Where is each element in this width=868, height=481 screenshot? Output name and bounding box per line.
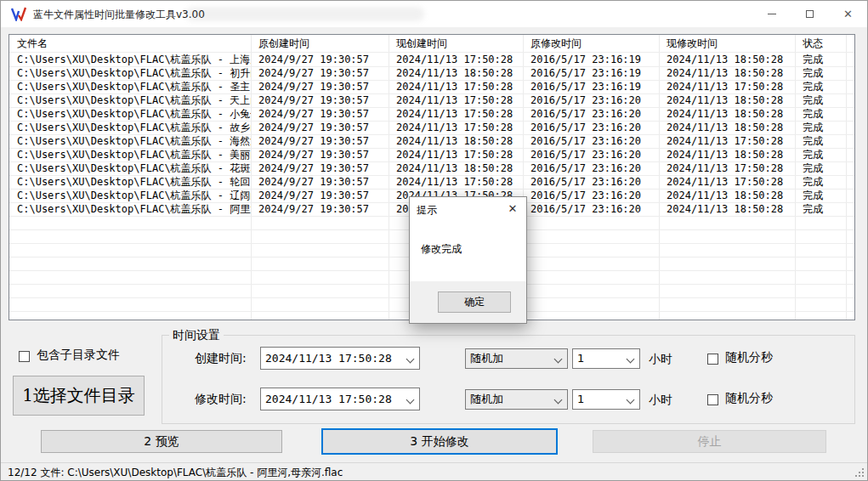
chevron-down-icon bbox=[627, 355, 635, 364]
dialog-title: 提示 bbox=[417, 203, 437, 218]
table-row[interactable]: C:\Users\XU\Desktop\FLAC\杭盖乐队 - 花斑马...20… bbox=[9, 162, 854, 176]
cell-new_created: 2024/11/13 17:50:28 bbox=[389, 108, 523, 122]
cell-orig_created: 2024/9/27 19:30:57 bbox=[251, 135, 389, 149]
title-bar: 蓝牛文件属性时间批量修改工具v3.00 ✕ bbox=[1, 1, 867, 27]
cell-orig_created: 2024/9/27 19:30:57 bbox=[251, 149, 389, 162]
cell-status: 完成 bbox=[795, 203, 846, 217]
cell-orig_modified: 2016/5/17 23:16:20 bbox=[523, 162, 659, 176]
cell-new_modified: 2024/11/13 18:50:28 bbox=[659, 149, 795, 162]
cell-new_modified: 2024/11/13 17:50:28 bbox=[659, 176, 795, 190]
modify-mode-value: 随机加 bbox=[470, 393, 503, 405]
close-button[interactable]: ✕ bbox=[829, 1, 867, 27]
cell-orig_created: 2024/9/27 19:30:57 bbox=[251, 67, 389, 81]
cell-orig_modified: 2016/5/17 23:16:20 bbox=[523, 122, 659, 135]
cell-status: 完成 bbox=[795, 67, 846, 81]
chevron-down-icon bbox=[406, 355, 415, 364]
dialog-ok-button[interactable]: 确定 bbox=[438, 291, 511, 313]
create-time-label: 创建时间: bbox=[195, 351, 247, 366]
modify-amount-select[interactable]: 1 bbox=[572, 389, 640, 410]
create-mode-select[interactable]: 随机加 bbox=[465, 348, 568, 369]
cell-orig_modified: 2016/5/17 23:16:19 bbox=[523, 54, 659, 67]
modify-random-sec-checkbox[interactable] bbox=[707, 394, 718, 405]
modify-time-picker[interactable]: 2024/11/13 17:50:28 bbox=[260, 388, 420, 410]
header-new-created[interactable]: 现创建时间 bbox=[389, 35, 523, 53]
cell-status: 完成 bbox=[795, 135, 846, 149]
cell-file: C:\Users\XU\Desktop\FLAC\杭盖乐队 - 初升的... bbox=[9, 67, 251, 81]
cell-orig_created: 2024/9/27 19:30:57 bbox=[251, 81, 389, 94]
header-new-modified[interactable]: 现修改时间 bbox=[659, 35, 795, 53]
cell-orig_created: 2024/9/27 19:30:57 bbox=[251, 176, 389, 190]
cell-file: C:\Users\XU\Desktop\FLAC\杭盖乐队 - 海然海... bbox=[9, 135, 251, 149]
cell-status: 完成 bbox=[795, 94, 846, 108]
cell-orig_created: 2024/9/27 19:30:57 bbox=[251, 94, 389, 108]
table-header: 文件名 原创建时间 现创建时间 原修改时间 现修改时间 状态 bbox=[9, 35, 854, 53]
table-row[interactable]: C:\Users\XU\Desktop\FLAC\杭盖乐队 - 故乡山...20… bbox=[9, 122, 854, 135]
cell-new_modified: 2024/11/13 18:50:28 bbox=[659, 190, 795, 203]
cell-orig_modified: 2016/5/17 23:16:19 bbox=[523, 67, 659, 81]
cell-status: 完成 bbox=[795, 149, 846, 162]
table-row[interactable]: C:\Users\XU\Desktop\FLAC\杭盖乐队 - 初升的...20… bbox=[9, 67, 854, 81]
table-row[interactable]: C:\Users\XU\Desktop\FLAC\杭盖乐队 - 天上的...20… bbox=[9, 94, 854, 108]
table-row[interactable]: C:\Users\XU\Desktop\FLAC\杭盖乐队 - 上海产...20… bbox=[9, 54, 854, 67]
window-title: 蓝牛文件属性时间批量修改工具v3.00 bbox=[33, 8, 205, 22]
header-orig-created[interactable]: 原创建时间 bbox=[251, 35, 389, 53]
cell-orig_created: 2024/9/27 19:30:57 bbox=[251, 108, 389, 122]
cell-new_created: 2024/11/13 17:50:28 bbox=[389, 94, 523, 108]
table-row[interactable]: C:\Users\XU\Desktop\FLAC\杭盖乐队 - 海然海...20… bbox=[9, 135, 854, 149]
dialog-footer: 确定 bbox=[410, 281, 526, 323]
preview-button[interactable]: 2 预览 bbox=[41, 430, 282, 453]
cell-status: 完成 bbox=[795, 108, 846, 122]
cell-status: 完成 bbox=[795, 162, 846, 176]
table-row[interactable]: C:\Users\XU\Desktop\FLAC\杭盖乐队 - 轮回.flac2… bbox=[9, 176, 854, 190]
stop-button[interactable]: 停止 bbox=[593, 430, 826, 453]
create-amount-select[interactable]: 1 bbox=[572, 348, 640, 369]
header-orig-modified[interactable]: 原修改时间 bbox=[523, 35, 659, 53]
header-filename[interactable]: 文件名 bbox=[9, 35, 251, 53]
create-random-sec-checkbox[interactable] bbox=[707, 354, 718, 365]
message-dialog: 提示 ✕ 修改完成 确定 bbox=[409, 196, 527, 324]
cell-orig_modified: 2016/5/17 23:16:20 bbox=[523, 149, 659, 162]
table-row[interactable]: C:\Users\XU\Desktop\FLAC\杭盖乐队 - 美丽的...20… bbox=[9, 149, 854, 162]
header-status[interactable]: 状态 bbox=[795, 35, 846, 53]
cell-orig_created: 2024/9/27 19:30:57 bbox=[251, 162, 389, 176]
maximize-icon bbox=[806, 10, 814, 18]
cell-file: C:\Users\XU\Desktop\FLAC\杭盖乐队 - 花斑马... bbox=[9, 162, 251, 176]
cell-new_modified: 2024/11/13 18:50:28 bbox=[659, 54, 795, 67]
cell-orig_modified: 2016/5/17 23:16:20 bbox=[523, 135, 659, 149]
resize-grip[interactable] bbox=[855, 468, 865, 478]
cell-file: C:\Users\XU\Desktop\FLAC\杭盖乐队 - 天上的... bbox=[9, 94, 251, 108]
select-directory-button[interactable]: 1选择文件目录 bbox=[13, 376, 145, 416]
chevron-down-icon bbox=[406, 396, 415, 405]
start-modify-button[interactable]: 3 开始修改 bbox=[321, 428, 558, 455]
create-unit-label: 小时 bbox=[649, 352, 672, 367]
chevron-down-icon bbox=[554, 396, 563, 405]
cell-new_modified: 2024/11/13 17:50:28 bbox=[659, 81, 795, 94]
create-random-sec-label: 随机分秒 bbox=[725, 350, 773, 365]
cell-orig_modified: 2016/5/17 23:16:20 bbox=[523, 203, 659, 217]
modify-time-label: 修改时间: bbox=[195, 392, 247, 407]
cell-orig_created: 2024/9/27 19:30:57 bbox=[251, 122, 389, 135]
close-icon: ✕ bbox=[843, 8, 853, 20]
status-bar: 12/12 文件: C:\Users\XU\Desktop\FLAC\杭盖乐队 … bbox=[1, 462, 867, 480]
cell-file: C:\Users\XU\Desktop\FLAC\杭盖乐队 - 轮回.flac bbox=[9, 176, 251, 190]
cell-file: C:\Users\XU\Desktop\FLAC\杭盖乐队 - 故乡山... bbox=[9, 122, 251, 135]
time-settings-group: 时间设置 创建时间: 2024/11/13 17:50:28 随机加 1 小时 … bbox=[162, 335, 855, 424]
table-row[interactable]: C:\Users\XU\Desktop\FLAC\杭盖乐队 - 小兔子...20… bbox=[9, 108, 854, 122]
maximize-button[interactable] bbox=[791, 1, 829, 27]
cell-file: C:\Users\XU\Desktop\FLAC\杭盖乐队 - 小兔子... bbox=[9, 108, 251, 122]
include-subdir-checkbox[interactable] bbox=[19, 351, 30, 362]
cell-new_created: 2024/11/13 17:50:28 bbox=[389, 81, 523, 94]
cell-file: C:\Users\XU\Desktop\FLAC\杭盖乐队 - 辽阔的... bbox=[9, 190, 251, 203]
redacted-area bbox=[186, 7, 424, 21]
dialog-message: 修改完成 bbox=[421, 242, 462, 257]
cell-orig_modified: 2016/5/17 23:16:20 bbox=[523, 94, 659, 108]
create-time-picker[interactable]: 2024/11/13 17:50:28 bbox=[260, 347, 420, 370]
chevron-down-icon bbox=[627, 396, 635, 405]
dialog-close-icon[interactable]: ✕ bbox=[504, 201, 521, 218]
cell-file: C:\Users\XU\Desktop\FLAC\杭盖乐队 - 美丽的... bbox=[9, 149, 251, 162]
chevron-down-icon bbox=[554, 355, 563, 364]
modify-mode-select[interactable]: 随机加 bbox=[465, 389, 568, 410]
table-row[interactable]: C:\Users\XU\Desktop\FLAC\杭盖乐队 - 圣主.flac2… bbox=[9, 81, 854, 94]
minimize-button[interactable] bbox=[752, 1, 791, 27]
status-text: 12/12 文件: C:\Users\XU\Desktop\FLAC\杭盖乐队 … bbox=[8, 466, 343, 480]
